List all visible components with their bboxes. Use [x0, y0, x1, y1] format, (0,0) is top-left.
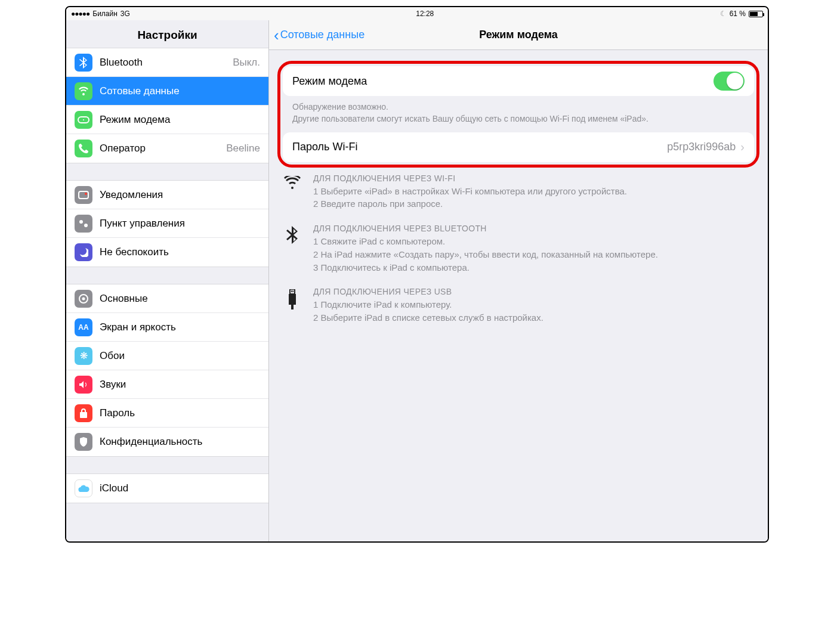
- privacy-icon: [75, 433, 92, 451]
- wifi-icon: [282, 174, 302, 211]
- general-icon: [75, 290, 92, 308]
- instr-wifi-title: ДЛЯ ПОДКЛЮЧЕНИЯ ЧЕРЕЗ WI-FI: [313, 174, 627, 183]
- bluetooth-large-icon: [282, 224, 302, 274]
- signal-dots-icon: ●●●●●: [71, 10, 89, 18]
- sidebar-item-value: Beeline: [226, 143, 260, 154]
- wifi-password-label: Пароль Wi-Fi: [292, 141, 667, 153]
- passcode-icon: [75, 404, 92, 422]
- bluetooth-icon: [75, 54, 92, 72]
- clock: 12:28: [416, 10, 434, 18]
- sidebar-item-carrier[interactable]: Оператор Beeline: [66, 134, 268, 163]
- sidebar-item-label: Пароль: [100, 407, 260, 419]
- sidebar-item-label: Обои: [100, 350, 260, 362]
- battery-percent: 61 %: [730, 10, 746, 18]
- dnd-icon: [75, 243, 92, 261]
- sidebar-item-control-center[interactable]: Пункт управления: [66, 209, 268, 238]
- hotspot-caption: Обнаружение возможно. Другие пользовател…: [283, 96, 754, 132]
- sidebar-item-label: Не беспокоить: [100, 246, 260, 258]
- sidebar-item-label: Сотовые данные: [100, 85, 260, 97]
- sidebar-item-icloud[interactable]: iCloud: [66, 474, 268, 503]
- sidebar-item-privacy[interactable]: Конфиденциальность: [66, 428, 268, 456]
- chevron-left-icon: ‹: [274, 27, 279, 43]
- dnd-moon-icon: ☾: [720, 10, 727, 18]
- hotspot-label: Режим модема: [292, 75, 713, 88]
- back-label: Сотовые данные: [280, 29, 365, 41]
- sidebar-item-general[interactable]: Основные: [66, 284, 268, 313]
- network-label: 3G: [121, 10, 130, 18]
- sidebar-item-label: Пункт управления: [100, 218, 260, 230]
- hotspot-icon: [75, 111, 92, 129]
- control-center-icon: [75, 215, 92, 233]
- highlight-frame: Режим модема Обнаружение возможно. Други…: [277, 61, 759, 168]
- detail-header: ‹ Сотовые данные Режим модема: [269, 20, 768, 50]
- sidebar-item-dnd[interactable]: Не беспокоить: [66, 238, 268, 267]
- back-button[interactable]: ‹ Сотовые данные: [269, 27, 365, 43]
- hotspot-toggle-row[interactable]: Режим модема: [283, 66, 754, 96]
- sidebar-item-label: Bluetooth: [100, 57, 233, 69]
- svg-rect-9: [289, 294, 296, 305]
- phone-icon: [75, 140, 92, 157]
- sidebar-item-notifications[interactable]: Уведомления: [66, 181, 268, 209]
- hotspot-toggle[interactable]: [713, 72, 745, 91]
- sidebar-item-display[interactable]: AA Экран и яркость: [66, 313, 268, 342]
- sidebar-title: Настройки: [66, 20, 268, 48]
- svg-point-2: [79, 220, 83, 224]
- svg-rect-7: [291, 290, 292, 292]
- instructions: ДЛЯ ПОДКЛЮЧЕНИЯ ЧЕРЕЗ WI-FI 1 Выберите «…: [269, 168, 768, 343]
- detail-pane: ‹ Сотовые данные Режим модема Режим моде…: [269, 20, 768, 541]
- sidebar-item-value: Выкл.: [233, 57, 260, 69]
- sidebar-item-label: Основные: [100, 293, 260, 305]
- sidebar-item-label: Уведомления: [100, 189, 260, 201]
- wifi-password-row[interactable]: Пароль Wi-Fi p5rp3kri996ab ›: [283, 132, 754, 162]
- carrier-label: Билайн: [92, 10, 118, 18]
- sidebar-item-label: Конфиденциальность: [100, 436, 260, 448]
- status-bar: ●●●●● Билайн 3G 12:28 ☾ 61 %: [66, 7, 768, 20]
- sidebar-item-cellular[interactable]: Сотовые данные: [66, 77, 268, 106]
- svg-point-1: [85, 193, 87, 195]
- svg-rect-8: [293, 290, 294, 292]
- sidebar-item-label: Режим модема: [100, 114, 260, 126]
- sidebar-item-passcode[interactable]: Пароль: [66, 399, 268, 428]
- chevron-right-icon: ›: [740, 140, 745, 154]
- svg-rect-6: [290, 289, 295, 294]
- ipad-settings-window: ●●●●● Билайн 3G 12:28 ☾ 61 % Настройки B…: [65, 6, 769, 543]
- battery-icon: [749, 11, 763, 17]
- icloud-icon: [75, 479, 92, 497]
- sidebar-item-bluetooth[interactable]: Bluetooth Выкл.: [66, 48, 268, 77]
- sidebar-item-label: Экран и яркость: [100, 321, 260, 333]
- sidebar-item-sounds[interactable]: Звуки: [66, 370, 268, 399]
- settings-sidebar[interactable]: Настройки Bluetooth Выкл. Сотовые данные…: [66, 20, 269, 541]
- svg-rect-0: [79, 191, 88, 199]
- notifications-icon: [75, 186, 92, 204]
- wallpaper-icon: ❋: [75, 347, 92, 365]
- svg-point-3: [84, 224, 88, 227]
- sidebar-item-hotspot[interactable]: Режим модема: [66, 106, 268, 134]
- wifi-password-value: p5rp3kri996ab: [667, 141, 736, 153]
- cellular-icon: [75, 82, 92, 100]
- sidebar-item-label: iCloud: [100, 482, 260, 494]
- sounds-icon: [75, 376, 92, 394]
- instr-usb-title: ДЛЯ ПОДКЛЮЧЕНИЯ ЧЕРЕЗ USB: [313, 287, 543, 296]
- usb-icon: [282, 287, 302, 324]
- svg-point-5: [82, 297, 85, 300]
- sidebar-item-label: Звуки: [100, 379, 260, 391]
- sidebar-item-label: Оператор: [100, 143, 226, 154]
- display-icon: AA: [75, 318, 92, 336]
- instr-bt-title: ДЛЯ ПОДКЛЮЧЕНИЯ ЧЕРЕЗ BLUETOOTH: [313, 224, 658, 233]
- sidebar-item-wallpaper[interactable]: ❋ Обои: [66, 342, 268, 370]
- svg-rect-10: [291, 305, 294, 309]
